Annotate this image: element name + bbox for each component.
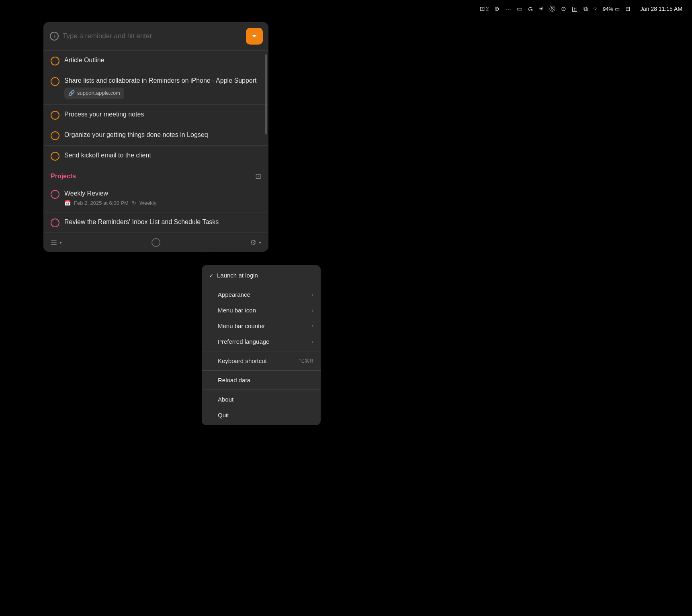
menu-item-left: Menu bar icon bbox=[209, 307, 256, 314]
window-icon: ▭ bbox=[517, 5, 522, 12]
scrollbar[interactable] bbox=[265, 54, 267, 135]
menu-item-left: Menu bar counter bbox=[209, 322, 265, 329]
battery-percent: 94% bbox=[603, 6, 613, 12]
menu-item-menu-bar-icon[interactable]: Menu bar icon › bbox=[202, 302, 321, 318]
list-picker[interactable]: ☰ ▾ bbox=[51, 238, 62, 247]
appearance-label: Appearance bbox=[218, 291, 250, 298]
menubar-icons: ⊡ 2 ⊕ ⋯ ▭ G ☀ Ⓢ ⊙ ⚿ ⧉ ⌔ 94% ▭ ⊟ bbox=[480, 5, 631, 13]
reminder-circle-5[interactable] bbox=[51, 152, 59, 161]
menu-separator bbox=[202, 370, 321, 371]
key-icon: ⚿ bbox=[572, 6, 578, 12]
menu-item-about[interactable]: About bbox=[202, 392, 321, 407]
menu-separator bbox=[202, 351, 321, 351]
extensions-icon: ⊕ bbox=[494, 5, 500, 12]
input-row: + bbox=[43, 22, 268, 50]
menu-item-keyboard-shortcut[interactable]: Keyboard shortcut ⌥⌘R bbox=[202, 353, 321, 369]
project-item: Weekly Review 📅 Feb 2, 2025 at 6:00 PM ↻… bbox=[43, 184, 268, 213]
project-text-2: Review the Reminders' Inbox List and Sch… bbox=[64, 218, 261, 226]
reminders-panel: + Article Outline Share lists and collab… bbox=[43, 22, 268, 252]
menu-item-quit[interactable]: Quit bbox=[202, 407, 321, 423]
menu-bar-counter-label: Menu bar counter bbox=[218, 322, 265, 329]
menu-separator bbox=[202, 285, 321, 285]
chevron-down-icon: ▾ bbox=[59, 240, 62, 245]
chevron-right-icon: › bbox=[312, 339, 313, 345]
reminder-text-5: Send kickoff email to the client bbox=[64, 151, 261, 160]
grammarly-icon: G bbox=[528, 6, 533, 12]
url-text: support.apple.com bbox=[77, 90, 120, 97]
calendar-icon: 📅 bbox=[64, 200, 71, 207]
bottom-bar: ☰ ▾ ⚙ ▾ bbox=[43, 233, 268, 252]
circle-button[interactable] bbox=[152, 238, 160, 247]
badge-count: 2 bbox=[486, 6, 489, 12]
reminder-item: Share lists and collaborate in Reminders… bbox=[43, 71, 268, 105]
menu-item-left: Keyboard shortcut bbox=[209, 357, 267, 364]
project-circle-1[interactable] bbox=[51, 190, 59, 199]
menu-item-menu-bar-counter[interactable]: Menu bar counter › bbox=[202, 318, 321, 334]
project-item: Review the Reminders' Inbox List and Sch… bbox=[43, 212, 268, 233]
reminder-circle-2[interactable] bbox=[51, 77, 59, 86]
reminder-input[interactable] bbox=[63, 32, 242, 40]
control-center-icon: ⊟ bbox=[625, 5, 631, 12]
reminder-text-2: Share lists and collaborate in Reminders… bbox=[64, 76, 261, 99]
settings-button[interactable]: ⚙ ▾ bbox=[250, 238, 261, 247]
reminder-item: Send kickoff email to the client bbox=[43, 146, 268, 166]
reminder-circle-4[interactable] bbox=[51, 131, 59, 140]
preferred-language-label: Preferred language bbox=[218, 338, 269, 345]
reminder-item: Article Outline bbox=[43, 51, 268, 71]
context-menu: ✓ Launch at login Appearance › Menu bar … bbox=[202, 265, 321, 425]
brightness-icon: ☀ bbox=[538, 5, 544, 12]
battery-icon: ▭ bbox=[615, 6, 620, 12]
link-icon: 🔗 bbox=[68, 90, 75, 97]
reminders-list: Article Outline Share lists and collabor… bbox=[43, 51, 268, 166]
projects-header: Projects ⊡ bbox=[43, 166, 268, 184]
menubar-datetime: Jan 28 11:15 AM bbox=[640, 6, 682, 12]
checkmark-icon: ✓ bbox=[209, 272, 214, 279]
add-reminder-icon[interactable]: + bbox=[50, 32, 59, 41]
s-icon: Ⓢ bbox=[549, 5, 555, 13]
menu-item-preferred-language[interactable]: Preferred language › bbox=[202, 334, 321, 349]
menu-item-left: Quit bbox=[209, 412, 229, 418]
keyboard-shortcut-value: ⌥⌘R bbox=[299, 358, 313, 364]
keyboard-shortcut-label: Keyboard shortcut bbox=[218, 357, 267, 364]
project-circle-2[interactable] bbox=[51, 218, 59, 227]
reminder-item: Organize your getting things done notes … bbox=[43, 125, 268, 146]
menu-item-left: Preferred language bbox=[209, 338, 269, 345]
reminder-circle-1[interactable] bbox=[51, 57, 59, 65]
dots-icon: ⋯ bbox=[505, 5, 511, 12]
reminder-circle-3[interactable] bbox=[51, 111, 59, 120]
menubar: ⊡ 2 ⊕ ⋯ ▭ G ☀ Ⓢ ⊙ ⚿ ⧉ ⌔ 94% ▭ ⊟ Jan 28 1… bbox=[0, 0, 692, 18]
menu-item-left: ✓ Launch at login bbox=[209, 272, 258, 279]
quit-label: Quit bbox=[218, 412, 229, 418]
badge-icon: ⊡ 2 bbox=[480, 5, 489, 12]
chevron-right-icon: › bbox=[312, 307, 313, 313]
list-icon: ☰ bbox=[51, 238, 57, 247]
folder-icon[interactable]: ⊡ bbox=[255, 172, 261, 181]
chevron-right-icon: › bbox=[312, 323, 313, 329]
circle-icon: ⊙ bbox=[561, 5, 566, 12]
menu-separator bbox=[202, 390, 321, 390]
projects-label: Projects bbox=[51, 173, 76, 180]
dropdown-button[interactable] bbox=[246, 28, 263, 45]
menu-item-left: Appearance bbox=[209, 291, 250, 298]
reminder-text-4: Organize your getting things done notes … bbox=[64, 131, 261, 139]
launch-at-login-label: Launch at login bbox=[217, 272, 258, 279]
layers-icon: ⧉ bbox=[583, 5, 588, 12]
reminder-text-1: Article Outline bbox=[64, 56, 261, 65]
chevron-right-icon: › bbox=[312, 292, 313, 298]
about-label: About bbox=[218, 396, 233, 403]
project-text-1: Weekly Review 📅 Feb 2, 2025 at 6:00 PM ↻… bbox=[64, 189, 261, 207]
wifi-icon: ⌔ bbox=[594, 6, 597, 12]
recurrence-label: Weekly bbox=[139, 200, 156, 207]
recurrence-icon: ↻ bbox=[132, 200, 136, 207]
menu-item-left: About bbox=[209, 396, 233, 403]
reminder-item: Process your meeting notes bbox=[43, 105, 268, 125]
menu-item-appearance[interactable]: Appearance › bbox=[202, 287, 321, 302]
reminder-url-badge[interactable]: 🔗 support.apple.com bbox=[64, 88, 124, 99]
chevron-down-icon: ▾ bbox=[259, 240, 261, 245]
menu-item-reload-data[interactable]: Reload data bbox=[202, 372, 321, 388]
menu-item-left: Reload data bbox=[209, 377, 250, 383]
reminder-meta: 📅 Feb 2, 2025 at 6:00 PM ↻ Weekly bbox=[64, 200, 261, 207]
menu-item-launch-at-login[interactable]: ✓ Launch at login bbox=[202, 267, 321, 283]
reload-data-label: Reload data bbox=[218, 377, 250, 383]
battery-area: 94% ▭ bbox=[603, 6, 620, 12]
